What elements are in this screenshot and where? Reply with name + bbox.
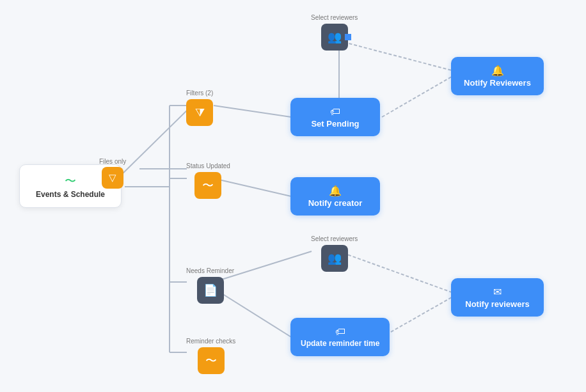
svg-line-1 (120, 106, 192, 176)
svg-line-5 (214, 106, 291, 117)
pulse-icon-reminder: 〜 (205, 353, 217, 368)
reminder-checks-node[interactable]: Reminder checks 〜 (186, 338, 235, 374)
tag-icon-pending: 🏷 (330, 106, 340, 118)
files-only-filter[interactable]: Files only ▽ (99, 158, 126, 189)
notify-reviewers-top-node[interactable]: 🔔 Notify Reviewers (451, 57, 544, 95)
filters-node[interactable]: Filters (2) ⧩ (186, 90, 213, 126)
files-only-icon-box[interactable]: ▽ (102, 167, 123, 189)
notify-creator-label: Notify creator (308, 198, 363, 208)
funnel-icon: ⧩ (195, 106, 205, 120)
files-only-label: Files only (99, 158, 126, 165)
bell-icon-top: 🔔 (491, 65, 504, 77)
events-icon: 〜 (65, 173, 76, 189)
notify-reviewers-bot-label: Notify reviewers (465, 299, 529, 309)
notify-reviewers-top-label: Notify Reviewers (464, 78, 531, 88)
events-label: Events & Schedule (36, 190, 105, 199)
status-updated-node[interactable]: Status Updated 〜 (186, 162, 230, 199)
pulse-icon-status: 〜 (202, 178, 214, 193)
set-pending-label: Set Pending (311, 119, 359, 129)
notify-creator-node[interactable]: 🔔 Notify creator (290, 177, 380, 216)
file-reminder-icon: 📄 (203, 283, 218, 297)
set-pending-node[interactable]: 🏷 Set Pending (290, 98, 380, 136)
tag-icon-reminder: 🏷 (335, 326, 345, 338)
needs-reminder-label: Needs Reminder (186, 267, 234, 274)
svg-line-15 (382, 297, 452, 337)
reviewer-icon-bot: 👥 (328, 251, 342, 265)
select-reviewers-bot-label: Select reviewers (311, 235, 358, 242)
reviewer-icon-top: 👥 (328, 30, 342, 44)
mail-icon-bot: ✉ (493, 286, 502, 298)
select-reviewers-bot-node[interactable]: Select reviewers 👥 (311, 235, 358, 272)
select-reviewers-top-label: Select reviewers (311, 14, 358, 21)
select-reviewers-top-node[interactable]: Select reviewers 👥 (311, 14, 358, 51)
update-reminder-label: Update reminder time (301, 339, 379, 348)
update-reminder-node[interactable]: 🏷 Update reminder time (290, 318, 390, 356)
workflow-canvas: 〜 Events & Schedule Files only ▽ Filters… (0, 0, 586, 392)
bell-icon-creator: 🔔 (329, 185, 342, 197)
filter-icon: ▽ (109, 172, 116, 184)
status-updated-label: Status Updated (186, 162, 230, 169)
svg-line-7 (382, 77, 452, 117)
needs-reminder-node[interactable]: Needs Reminder 📄 (186, 267, 234, 304)
reminder-checks-label: Reminder checks (186, 338, 235, 345)
notify-reviewers-bot-node[interactable]: ✉ Notify reviewers (451, 278, 544, 317)
filters-label: Filters (2) (186, 90, 213, 97)
